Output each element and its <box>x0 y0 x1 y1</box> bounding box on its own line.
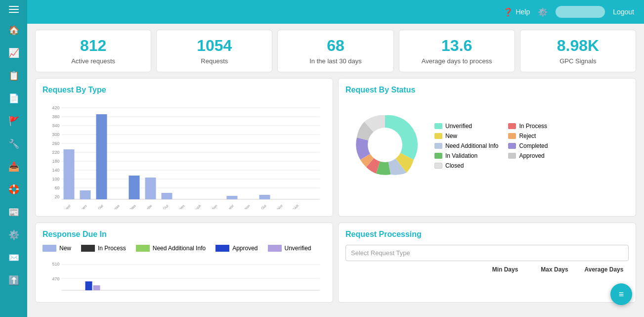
request-processing-panel: Request Processing Select Request Type M… <box>338 223 636 303</box>
sidebar: 🏠 📈 📋 📄 🚩 🔧 📥 🛟 📰 ⚙️ ✉️ ⬆️ <box>0 0 27 317</box>
need-additional-label: Need Additional Info <box>445 142 498 149</box>
sidebar-item-tools[interactable]: 🔧 <box>0 133 27 155</box>
due-approved-label: Approved <box>232 245 258 252</box>
svg-text:60: 60 <box>54 185 59 190</box>
svg-text:180: 180 <box>52 159 59 164</box>
sidebar-item-mail[interactable]: ✉️ <box>0 246 27 269</box>
content-area: 812 Active requests 1054 Requests 68 In … <box>27 24 644 317</box>
due-legend-new: New <box>43 245 71 252</box>
stat-label-avgdays: Average days to process <box>422 57 492 65</box>
sidebar-item-analytics[interactable]: 📈 <box>0 42 27 64</box>
svg-rect-25 <box>129 176 140 199</box>
donut-chart-wrap <box>345 105 425 186</box>
main-area: ❓ Help ⚙️ Logout 812 Active requests 105… <box>27 0 644 317</box>
in-validation-swatch <box>434 153 442 159</box>
svg-text:100: 100 <box>52 177 59 181</box>
svg-text:TestA: TestA <box>193 204 202 209</box>
stat-cards-row: 812 Active requests 1054 Requests 68 In … <box>35 30 636 72</box>
col-min-days: Min Days <box>480 266 530 273</box>
new-swatch <box>434 133 442 139</box>
sidebar-item-document[interactable]: 📄 <box>0 87 27 110</box>
logout-label: Logout <box>613 8 634 16</box>
sidebar-item-settings-wheel[interactable]: ⚙️ <box>0 224 27 246</box>
due-new-swatch <box>43 245 56 252</box>
due-unverified-swatch <box>268 245 282 252</box>
mini-bar-area: 510 470 <box>43 256 326 295</box>
svg-rect-24 <box>96 114 107 199</box>
svg-rect-51 <box>86 281 92 290</box>
response-due-panel: Response Due In New In Process Need Addi… <box>35 223 333 303</box>
sidebar-item-inbox[interactable]: 📥 <box>0 155 27 178</box>
svg-text:300: 300 <box>52 132 59 137</box>
new-label: New <box>445 133 457 139</box>
filter-fab[interactable]: ≡ <box>610 283 632 305</box>
svg-text:Test DSAR: Test DSAR <box>285 204 300 209</box>
need-additional-swatch <box>434 143 442 149</box>
user-avatar[interactable] <box>556 6 605 18</box>
legend-approved: Approved <box>508 152 572 159</box>
due-unverified-label: Unverified <box>285 245 311 252</box>
request-by-type-title: Request By Type <box>43 86 326 94</box>
svg-text:140: 140 <box>52 168 59 173</box>
svg-text:470: 470 <box>52 276 59 281</box>
settings-link[interactable]: ⚙️ <box>538 7 548 17</box>
request-type-select[interactable]: Select Request Type <box>345 245 629 261</box>
help-link[interactable]: ❓ Help <box>503 7 530 17</box>
closed-swatch <box>434 163 442 169</box>
panels-row-2: Response Due In New In Process Need Addi… <box>35 223 636 303</box>
closed-label: Closed <box>445 162 464 169</box>
legend-need-additional: Need Additional Info <box>434 142 498 149</box>
stat-label-gpc: GPC Signals <box>559 57 596 65</box>
svg-text:Copy Of Data: Copy Of Data <box>119 204 137 209</box>
request-by-type-panel: Request By Type 420 380 340 300 260 220 … <box>35 78 333 217</box>
sidebar-item-upload[interactable]: ⬆️ <box>0 269 27 292</box>
status-legend: Unverified In Process New Reject <box>434 123 572 169</box>
stat-label-requests: Requests <box>201 57 228 65</box>
request-processing-title: Request Processing <box>345 230 629 239</box>
due-inprocess-swatch <box>81 245 95 252</box>
sidebar-item-help-circle[interactable]: 🛟 <box>0 178 27 201</box>
reject-swatch <box>508 133 516 139</box>
stat-number-requests: 1054 <box>197 37 232 54</box>
gear-icon: ⚙️ <box>538 7 548 17</box>
svg-text:Info Request: Info Request <box>218 204 235 209</box>
stat-card-last30: 68 In the last 30 days <box>277 30 393 72</box>
stat-card-requests: 1054 Requests <box>156 30 272 72</box>
hamburger-icon <box>9 6 19 13</box>
legend-in-validation: In Validation <box>434 152 498 159</box>
approved-swatch <box>508 153 516 159</box>
legend-closed: Closed <box>434 162 498 169</box>
svg-text:Delete Request: Delete Request <box>52 204 72 209</box>
unverified-label: Unverified <box>445 123 472 130</box>
completed-swatch <box>508 143 516 149</box>
svg-text:20: 20 <box>54 194 59 199</box>
stat-label-last30: In the last 30 days <box>309 57 362 65</box>
due-legend-approved: Approved <box>215 245 258 252</box>
sidebar-item-flag[interactable]: 🚩 <box>0 110 27 133</box>
svg-text:Email Opt-Out: Email Opt-Out <box>249 204 267 209</box>
svg-text:Unsubscribe: Unsubscribe <box>136 204 153 209</box>
legend-completed: Completed <box>508 142 572 149</box>
due-legend-in-process: In Process <box>81 245 126 252</box>
logout-link[interactable]: Logout <box>613 8 634 16</box>
svg-text:220: 220 <box>52 150 59 155</box>
sidebar-item-grid[interactable]: 📋 <box>0 64 27 87</box>
bar-chart-area: 420 380 340 300 260 220 180 140 100 60 2… <box>43 100 326 209</box>
menu-toggle[interactable] <box>0 0 27 19</box>
stat-number-last30: 68 <box>327 37 344 54</box>
stat-card-gpc: 8.98K GPC Signals <box>520 30 636 72</box>
completed-label: Completed <box>519 142 548 149</box>
svg-rect-26 <box>145 178 156 199</box>
legend-new: New <box>434 133 498 139</box>
header: ❓ Help ⚙️ Logout <box>27 0 644 24</box>
bar-chart-svg: 420 380 340 300 260 220 180 140 100 60 2… <box>43 100 326 209</box>
sidebar-item-home[interactable]: 🏠 <box>0 19 27 42</box>
sidebar-item-news[interactable]: 📰 <box>0 201 27 224</box>
svg-rect-29 <box>259 195 270 199</box>
due-legend-need-info: Need Additional Info <box>136 245 206 252</box>
legend-unverified: Unverified <box>434 123 498 130</box>
svg-text:Correction: Correction <box>237 204 251 209</box>
due-needinfo-swatch <box>136 245 150 252</box>
stat-number-gpc: 8.98K <box>557 37 599 54</box>
due-legend-unverified: Unverified <box>268 245 311 252</box>
